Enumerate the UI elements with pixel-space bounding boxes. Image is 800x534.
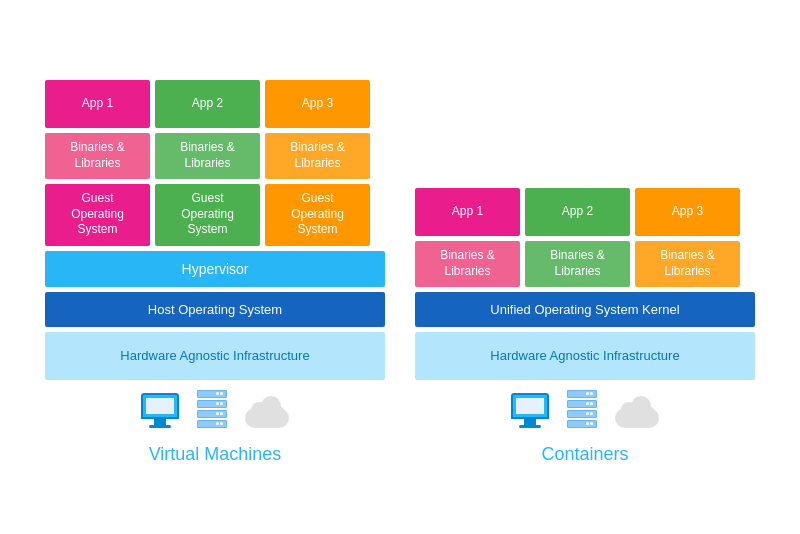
server-unit-2 (197, 400, 227, 408)
c-cloud-icon (615, 400, 659, 428)
monitor-body (141, 393, 179, 419)
containers-title: Containers (541, 444, 628, 465)
containers-apps-row: App 1 App 2 App 3 (415, 188, 755, 236)
vm-app2: App 2 (155, 80, 260, 128)
c-app1: App 1 (415, 188, 520, 236)
vm-guestos-row: GuestOperatingSystem GuestOperatingSyste… (45, 184, 385, 246)
cloud-shape (245, 408, 289, 428)
c-bin3: Binaries &Libraries (635, 241, 740, 287)
containers-diagram: App 1 App 2 App 3 Binaries &Libraries Bi… (415, 70, 755, 380)
c-app3: App 3 (635, 188, 740, 236)
c-cloud-shape (615, 408, 659, 428)
c-server-unit-4 (567, 420, 597, 428)
vm-app3: App 3 (265, 80, 370, 128)
c-server-unit-1 (567, 390, 597, 398)
containers-infra: Hardware Agnostic Infrastructure (415, 332, 755, 380)
vm-computer-icon (141, 393, 179, 428)
c-monitor-base (519, 425, 541, 428)
vm-hypervisor: Hypervisor (45, 251, 385, 287)
vm-bin3: Binaries &Libraries (265, 133, 370, 179)
c-server-icon (567, 390, 597, 428)
vm-apps-row: App 1 App 2 App 3 (45, 80, 385, 128)
c-app2: App 2 (525, 188, 630, 236)
c-computer-icon (511, 393, 549, 428)
c-monitor-body (511, 393, 549, 419)
server-unit-1 (197, 390, 227, 398)
vm-server-icon (197, 390, 227, 428)
c-server-unit-2 (567, 400, 597, 408)
vm-column: App 1 App 2 App 3 Binaries &Libraries Bi… (45, 80, 385, 465)
c-bin1: Binaries &Libraries (415, 241, 520, 287)
server-unit-3 (197, 410, 227, 418)
vm-cloud-icon (245, 400, 289, 428)
containers-kernel: Unified Operating System Kernel (415, 292, 755, 327)
main-container: App 1 App 2 App 3 Binaries &Libraries Bi… (15, 50, 785, 485)
c-monitor-screen (516, 398, 544, 414)
c-bin2: Binaries &Libraries (525, 241, 630, 287)
vm-app1: App 1 (45, 80, 150, 128)
containers-column: App 1 App 2 App 3 Binaries &Libraries Bi… (415, 70, 755, 465)
vm-binaries-row: Binaries &Libraries Binaries &Libraries … (45, 133, 385, 179)
vm-guestos2: GuestOperatingSystem (155, 184, 260, 246)
vm-icons-row (141, 380, 289, 432)
monitor-base (149, 425, 171, 428)
vm-diagram: App 1 App 2 App 3 Binaries &Libraries Bi… (45, 80, 385, 380)
vm-title: Virtual Machines (149, 444, 282, 465)
vm-bin1: Binaries &Libraries (45, 133, 150, 179)
containers-binaries-row: Binaries &Libraries Binaries &Libraries … (415, 241, 755, 287)
vm-guestos1: GuestOperatingSystem (45, 184, 150, 246)
server-unit-4 (197, 420, 227, 428)
monitor-screen (146, 398, 174, 414)
vm-infra: Hardware Agnostic Infrastructure (45, 332, 385, 380)
containers-spacer (415, 70, 755, 183)
monitor-stand (154, 419, 166, 425)
vm-bin2: Binaries &Libraries (155, 133, 260, 179)
containers-icons-row (511, 380, 659, 432)
vm-hostos: Host Operating System (45, 292, 385, 327)
c-monitor-stand (524, 419, 536, 425)
vm-guestos3: GuestOperatingSystem (265, 184, 370, 246)
c-server-unit-3 (567, 410, 597, 418)
